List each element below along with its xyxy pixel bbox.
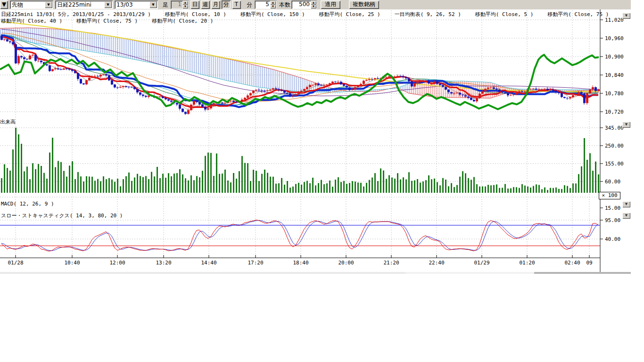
volume-bar <box>72 161 73 193</box>
candle-body <box>323 85 325 86</box>
volume-bar <box>306 181 308 193</box>
volume-bar <box>261 174 263 193</box>
candle-body <box>182 109 184 112</box>
volume-bar <box>578 174 579 193</box>
volume-bar <box>544 188 545 193</box>
grid-layer <box>0 10 600 258</box>
candle-body <box>450 92 453 93</box>
volume-bar <box>125 176 127 193</box>
volume-bar <box>244 163 246 193</box>
candle-body <box>198 102 201 104</box>
candle-body <box>374 78 376 79</box>
period-button-週[interactable]: 週 <box>201 0 210 9</box>
market-select[interactable]: 先物 ▼ <box>10 0 53 9</box>
candle-body <box>292 96 294 96</box>
period-button-月[interactable]: 月 <box>211 0 220 9</box>
apply-button[interactable]: 適用 <box>321 0 340 9</box>
svg-text:95.00: 95.00 <box>605 217 620 223</box>
candle-body <box>303 89 305 91</box>
stoch-scale-menu-arrow-icon[interactable]: ▼ <box>622 213 630 219</box>
volume-bar <box>454 187 455 193</box>
volume-bar <box>190 175 192 193</box>
candle-body <box>371 79 373 80</box>
svg-text:250.00: 250.00 <box>605 143 624 149</box>
volume-bar <box>329 181 330 193</box>
volume-bar <box>507 189 509 193</box>
volume-scale-menu-arrow-icon[interactable]: ▼ <box>622 122 630 128</box>
volume-bar <box>369 180 370 193</box>
candle-body <box>20 56 23 58</box>
candle-body <box>476 98 478 101</box>
volume-bar <box>530 188 531 193</box>
bar-interval-value: 1 <box>171 0 182 9</box>
candle-body <box>459 93 461 95</box>
volume-bar <box>165 178 166 193</box>
volume-bar <box>377 181 379 193</box>
scrollbar-thumb[interactable] <box>534 272 631 274</box>
stepper-arrows-icon[interactable]: ▲▼ <box>270 1 276 8</box>
legend-item: 移動平均( Close, 75 ) <box>547 11 609 17</box>
volume-bar <box>323 184 325 193</box>
candle-body <box>348 87 351 90</box>
period-button-T[interactable]: T <box>232 0 241 9</box>
candle-body <box>80 79 82 83</box>
candle-body <box>363 81 365 84</box>
candle-body <box>467 97 470 98</box>
contract-month-select[interactable]: 13/03 ▼ <box>115 0 158 9</box>
candle-body <box>247 95 249 98</box>
volume-bar <box>448 186 449 193</box>
volume-bar <box>193 180 195 193</box>
candle-body <box>340 82 342 84</box>
candle-body <box>108 75 110 81</box>
volume-bar <box>210 153 212 193</box>
volume-bar <box>456 185 458 193</box>
candle-body <box>54 68 57 69</box>
candle-body <box>187 110 190 114</box>
volume-bar <box>383 171 384 193</box>
scrollbar-track[interactable] <box>0 272 405 274</box>
chart-canvas[interactable]: 11,02010,96010,90010,84010,78010,720345.… <box>0 9 631 273</box>
edge-combo-arrow-icon[interactable]: ▼ <box>0 0 8 9</box>
candle-body <box>196 101 198 102</box>
candle-body <box>272 88 274 90</box>
contract-month-value: 13/03 <box>115 1 149 8</box>
candle-body <box>447 90 450 92</box>
candle-body <box>116 87 119 88</box>
volume-bar <box>137 174 138 193</box>
candle-body <box>589 90 591 93</box>
volume-bar <box>405 180 407 193</box>
candle-body <box>337 82 339 82</box>
volume-bar <box>292 187 294 193</box>
candle-body <box>131 87 133 88</box>
volume-bar <box>120 186 121 193</box>
bar-count-stepper[interactable]: 500 ▲▼ <box>291 0 317 9</box>
period-button-日[interactable]: 日 <box>190 0 199 9</box>
chevron-down-icon[interactable]: ▼ <box>45 1 52 8</box>
candle-body <box>419 82 421 82</box>
chevron-down-icon[interactable]: ▼ <box>149 1 157 8</box>
stepper-arrows-icon[interactable]: ▲▼ <box>311 1 316 8</box>
candle-body <box>592 87 594 90</box>
candle-body <box>0 36 3 40</box>
volume-bar <box>66 177 67 193</box>
candle-body <box>114 84 116 87</box>
price-scale-menu-arrow-icon[interactable]: ▼ <box>622 13 630 19</box>
candle-body <box>57 68 59 69</box>
svg-text:01/28: 01/28 <box>8 260 23 266</box>
chevron-down-icon[interactable]: ▼ <box>104 1 112 8</box>
volume-bar <box>275 184 277 193</box>
period-button-分[interactable]: 分 <box>222 0 231 9</box>
chart-area[interactable]: 11,02010,96010,90010,84010,78010,720345.… <box>0 9 631 273</box>
minutes-stepper[interactable]: 5 ▲▼ <box>255 0 276 9</box>
candle-body <box>15 44 17 64</box>
svg-text:14:40: 14:40 <box>201 260 216 266</box>
macd-scale-menu-arrow-icon[interactable]: ▼ <box>622 201 630 207</box>
volume-bar <box>592 171 594 193</box>
horizontal-scrollbar[interactable] <box>0 272 631 274</box>
green-overlay-line <box>0 55 599 109</box>
volume-bar <box>355 181 356 193</box>
volume-bar <box>465 173 466 193</box>
volume-bar <box>60 162 62 193</box>
symbol-select[interactable]: 日経225mini ▼ <box>55 0 113 9</box>
multi-symbol-button[interactable]: 複数銘柄 <box>349 0 379 9</box>
